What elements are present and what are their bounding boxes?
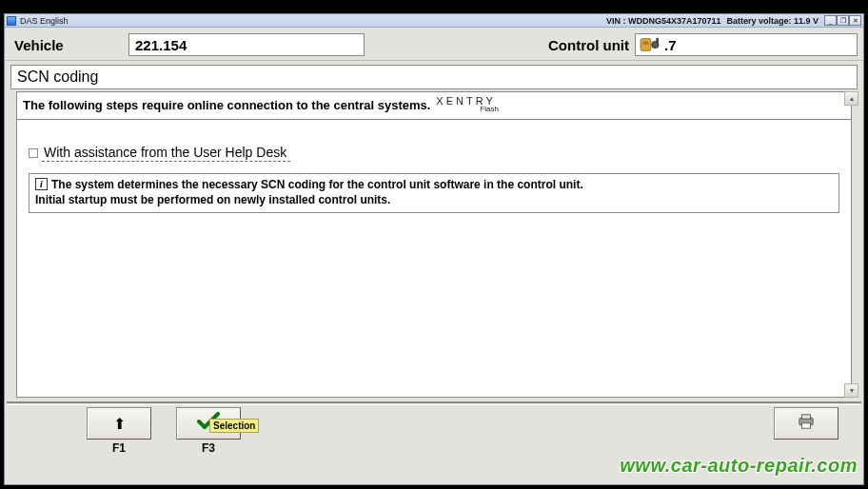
up-arrow-icon: ⬆	[113, 415, 126, 433]
f1-label: F1	[85, 441, 153, 455]
vin-label: VIN : WDDNG54X37A170711	[606, 16, 721, 26]
close-button[interactable]: ✕	[849, 15, 861, 26]
scroll-up-button[interactable]: ▴	[844, 91, 858, 106]
svg-point-8	[811, 419, 812, 420]
svg-rect-6	[802, 415, 811, 420]
control-unit-field: .7	[635, 33, 858, 56]
xentry-logo: XENTRY Flash	[436, 96, 499, 113]
steps-text: The following steps require online conne…	[23, 98, 430, 112]
fkey-bar: ⬆ F1 F3 Selection	[5, 405, 863, 464]
info-box: i The system determines the necessary SC…	[29, 173, 839, 213]
helpdesk-checkbox-row[interactable]: With assistance from the User Help Desk	[29, 145, 843, 162]
info-text-1: The system determines the necessary SCN …	[51, 178, 583, 191]
xentry-logo-sub: Flash	[480, 106, 499, 113]
titlebar: DAS English VIN : WDDNG54X37A170711 Batt…	[5, 14, 863, 28]
scroll-down-button[interactable]: ▾	[844, 383, 858, 398]
app-icon	[7, 16, 16, 26]
app-title: DAS English	[20, 16, 69, 26]
info-icon: i	[35, 178, 48, 190]
header-row: Vehicle 221.154 Control unit .7	[5, 28, 863, 61]
svg-rect-1	[643, 41, 648, 45]
svg-rect-3	[656, 38, 659, 43]
section-title: SCN coding	[10, 65, 858, 89]
svg-point-4	[199, 421, 202, 424]
f1-button[interactable]: ⬆ F1	[85, 407, 153, 455]
print-button[interactable]	[772, 407, 840, 455]
printer-icon	[796, 413, 817, 434]
content-scrollbar[interactable]: ▴ ▾	[844, 91, 858, 398]
vehicle-value: 221.154	[135, 37, 187, 53]
control-unit-label: Control unit	[548, 37, 629, 53]
control-unit-icon	[640, 36, 661, 53]
selection-tooltip: Selection	[209, 419, 259, 433]
steps-bar: The following steps require online conne…	[17, 92, 851, 120]
battery-label: Battery voltage: 11.9 V	[726, 16, 819, 26]
vehicle-label: Vehicle	[10, 37, 128, 53]
f3-label: F3	[174, 441, 243, 455]
info-text-2: Initial startup must be performed on new…	[35, 193, 833, 206]
control-unit-value: .7	[664, 37, 677, 53]
svg-rect-7	[802, 423, 811, 428]
app-window: DAS English VIN : WDDNG54X37A170711 Batt…	[4, 13, 864, 485]
maximize-button[interactable]: ❐	[837, 15, 849, 26]
content-panel: The following steps require online conne…	[16, 91, 852, 398]
helpdesk-checkbox[interactable]	[29, 148, 38, 158]
helpdesk-checkbox-label: With assistance from the User Help Desk	[42, 145, 290, 162]
vehicle-field: 221.154	[128, 33, 365, 56]
minimize-button[interactable]: _	[824, 15, 837, 26]
